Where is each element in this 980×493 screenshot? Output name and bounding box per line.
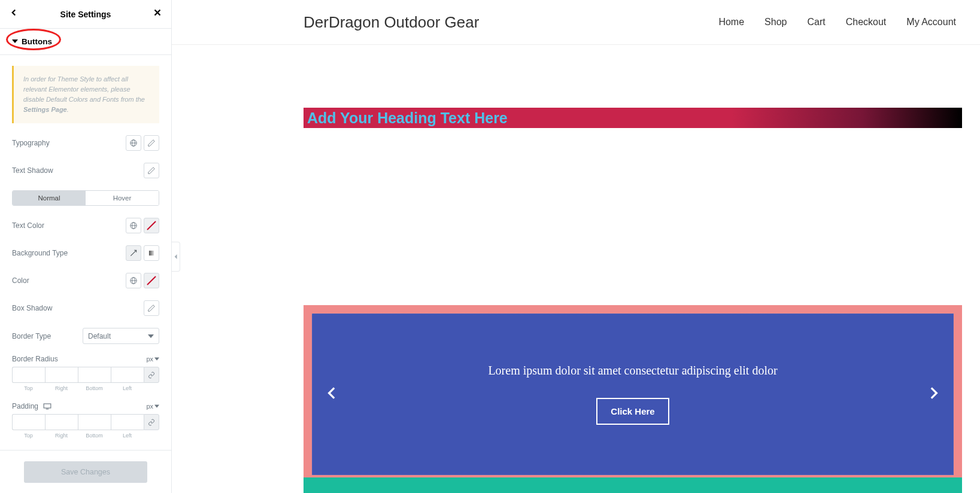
close-button[interactable] [152, 7, 163, 20]
control-border-radius: Border Radius px [12, 355, 159, 363]
padding-right[interactable] [45, 414, 78, 430]
sidebar-header: Site Settings [0, 0, 171, 29]
control-padding: Padding px [12, 402, 159, 410]
text-color-label: Text Color [12, 221, 44, 230]
settings-page-link[interactable]: Settings Page [23, 106, 67, 113]
border-radius-top[interactable] [12, 367, 45, 383]
slide-text: Lorem ipsum dolor sit amet consectetur a… [488, 364, 777, 378]
tab-hover[interactable]: Hover [86, 191, 159, 205]
site-title: DerDragon Outdoor Gear [304, 13, 479, 32]
bg-type-label: Background Type [12, 249, 68, 257]
prev-arrow[interactable] [324, 385, 340, 403]
border-type-label: Border Type [12, 332, 51, 340]
border-radius-left[interactable] [111, 367, 144, 383]
text-shadow-label: Text Shadow [12, 166, 53, 175]
control-bg-type: Background Type [12, 245, 159, 261]
color-label: Color [12, 276, 29, 285]
svg-marker-13 [148, 334, 154, 338]
svg-marker-18 [174, 254, 177, 259]
site-header: DerDragon Outdoor Gear Home Shop Cart Ch… [172, 0, 980, 45]
control-border-type: Border Type Default [12, 328, 159, 344]
border-radius-label: Border Radius [12, 355, 58, 363]
svg-marker-17 [154, 405, 159, 408]
next-arrow[interactable] [926, 385, 941, 403]
slide-button[interactable]: Click Here [596, 398, 669, 425]
border-radius-bottom[interactable] [78, 367, 111, 383]
edit-box-shadow-button[interactable] [144, 300, 159, 316]
back-button[interactable] [8, 7, 19, 20]
slide: Lorem ipsum dolor sit amet consectetur a… [312, 314, 954, 475]
control-color: Color [12, 273, 159, 288]
padding-unit[interactable]: px [146, 403, 159, 410]
padding-inputs [12, 414, 159, 430]
svg-marker-14 [154, 358, 159, 361]
accordion-buttons[interactable]: Buttons [0, 29, 171, 55]
typography-label: Typography [12, 139, 50, 147]
dim-labels-radius: TopRightBottomLeft [12, 385, 159, 391]
nav-cart[interactable]: Cart [807, 17, 825, 28]
nav-home[interactable]: Home [718, 17, 744, 28]
text-color-picker[interactable] [144, 218, 159, 233]
sidebar-footer: Save Changes [0, 450, 171, 493]
control-text-shadow: Text Shadow [12, 163, 159, 178]
link-values-button[interactable] [144, 367, 159, 383]
notice-text: In order for Theme Style to affect all r… [23, 75, 145, 103]
settings-sidebar: Site Settings Buttons In order for Theme… [0, 0, 172, 493]
link-values-button[interactable] [144, 414, 159, 430]
globe-button[interactable] [126, 135, 141, 151]
desktop-icon [43, 403, 51, 410]
state-tabs: Normal Hover [12, 190, 159, 206]
control-box-shadow: Box Shadow [12, 300, 159, 316]
nav-checkout[interactable]: Checkout [846, 17, 887, 28]
nav-shop[interactable]: Shop [764, 17, 787, 28]
border-radius-inputs [12, 367, 159, 383]
caret-down-icon [12, 37, 18, 46]
green-section [304, 477, 962, 493]
edit-text-shadow-button[interactable] [144, 163, 159, 178]
svg-rect-15 [44, 404, 51, 408]
svg-rect-9 [149, 251, 154, 255]
sidebar-title: Site Settings [60, 10, 111, 19]
padding-top[interactable] [12, 414, 45, 430]
site-nav: Home Shop Cart Checkout My Account [718, 17, 956, 28]
globe-button[interactable] [126, 218, 141, 233]
save-changes-button[interactable]: Save Changes [24, 461, 147, 483]
control-text-color: Text Color [12, 218, 159, 233]
slider-section: Lorem ipsum dolor sit amet consectetur a… [304, 305, 962, 485]
svg-marker-2 [12, 39, 18, 43]
tab-normal[interactable]: Normal [13, 191, 86, 205]
padding-bottom[interactable] [78, 414, 111, 430]
border-type-select[interactable]: Default [83, 328, 159, 344]
heading-text: Add Your Heading Text Here [307, 109, 508, 127]
edit-typography-button[interactable] [144, 135, 159, 151]
bg-gradient-button[interactable] [144, 245, 159, 261]
globe-button[interactable] [126, 273, 141, 288]
padding-label: Padding [12, 402, 51, 410]
page-body: Add Your Heading Text Here Lorem ipsum d… [172, 45, 980, 485]
panel-content: In order for Theme Style to affect all r… [0, 55, 171, 448]
collapse-sidebar-handle[interactable] [172, 242, 180, 272]
control-typography: Typography [12, 135, 159, 151]
bg-classic-button[interactable] [126, 245, 141, 261]
padding-left[interactable] [111, 414, 144, 430]
heading-widget[interactable]: Add Your Heading Text Here [304, 108, 962, 128]
box-shadow-label: Box Shadow [12, 304, 52, 312]
border-radius-right[interactable] [45, 367, 78, 383]
accordion-label: Buttons [22, 37, 52, 46]
border-type-value: Default [88, 332, 111, 340]
preview-area: DerDragon Outdoor Gear Home Shop Cart Ch… [172, 0, 980, 493]
notice-box: In order for Theme Style to affect all r… [12, 66, 159, 123]
border-radius-unit[interactable]: px [146, 355, 159, 363]
dim-labels-padding: TopRightBottomLeft [12, 433, 159, 439]
nav-my-account[interactable]: My Account [906, 17, 956, 28]
color-picker[interactable] [144, 273, 159, 288]
